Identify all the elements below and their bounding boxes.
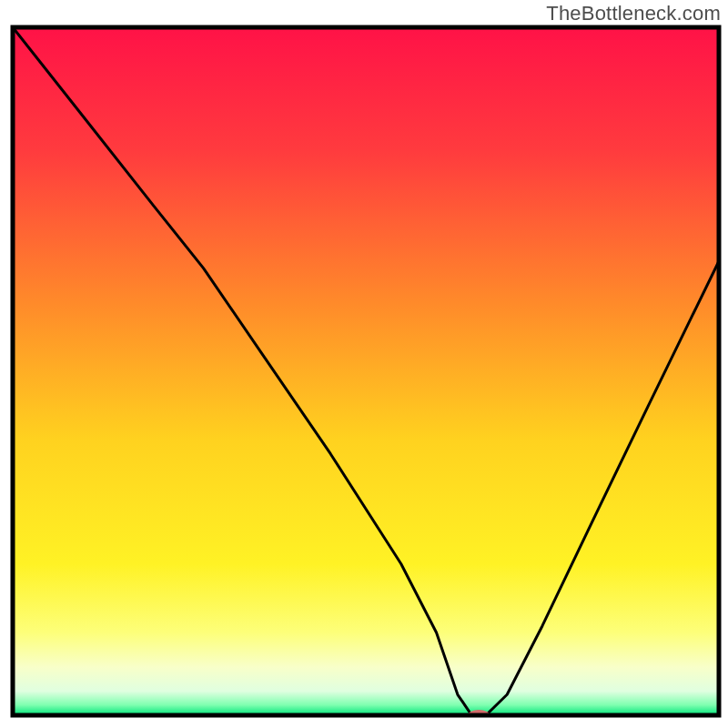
- plot-background: [13, 27, 719, 715]
- chart-container: TheBottleneck.com: [0, 0, 728, 728]
- watermark-text: TheBottleneck.com: [546, 2, 721, 25]
- bottleneck-chart: [0, 0, 728, 728]
